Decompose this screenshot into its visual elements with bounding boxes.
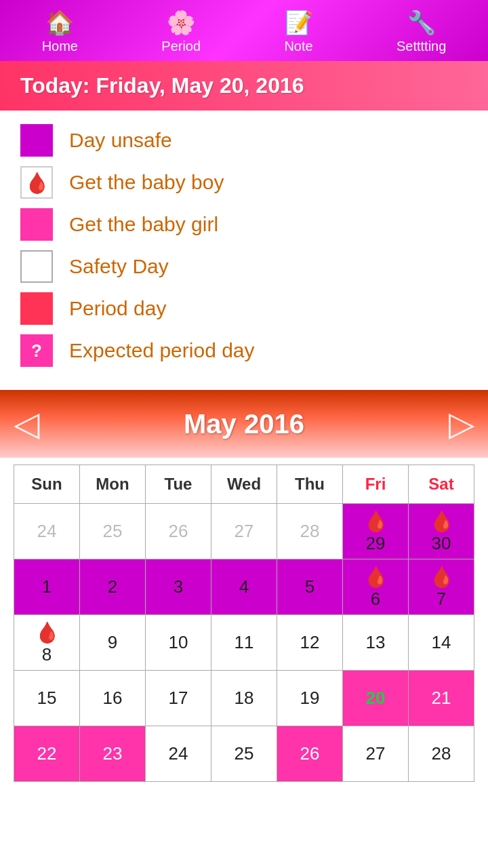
legend-item-safety: Safety Day: [20, 250, 468, 283]
home-label: Home: [42, 39, 78, 54]
nav-period[interactable]: 🌸 Period: [161, 9, 201, 54]
table-cell[interactable]: 12: [277, 615, 343, 671]
today-text: Today: Friday, May 20, 2016: [20, 73, 304, 98]
legend-item-baby-boy: 🩸 Get the baby boy: [20, 166, 468, 199]
calendar-title: May 2016: [184, 409, 304, 439]
day-number: 30: [432, 533, 451, 554]
table-cell[interactable]: 3: [146, 559, 211, 615]
table-cell[interactable]: 21: [409, 671, 474, 726]
table-cell[interactable]: 11: [211, 615, 277, 671]
table-cell[interactable]: 26: [277, 726, 343, 782]
legend-item-period: Period day: [20, 292, 468, 325]
table-cell[interactable]: 🩸 8: [14, 615, 80, 671]
table-cell[interactable]: 25: [80, 504, 146, 559]
table-cell[interactable]: 22: [14, 726, 80, 782]
nav-note[interactable]: 📝 Note: [284, 9, 312, 54]
blood-drop-icon: 🩸: [24, 171, 49, 195]
table-cell[interactable]: 27: [211, 504, 277, 559]
settings-icon: 🔧: [407, 9, 436, 36]
note-icon: 📝: [285, 9, 313, 36]
legend-item-unsafe: Day unsafe: [20, 124, 468, 157]
table-row: 15 16 17 18 19 20 21: [14, 671, 474, 726]
table-cell[interactable]: 18: [211, 671, 277, 726]
legend-label-baby-boy: Get the baby boy: [69, 171, 224, 194]
today-banner: Today: Friday, May 20, 2016: [0, 61, 488, 111]
legend-box-baby-girl: [20, 208, 53, 241]
calendar-wrap: Sun Mon Tue Wed Thu Fri Sat 24 25 26 27 …: [0, 458, 488, 789]
table-row: 🩸 8 9 10 11 12 13 14: [14, 615, 474, 671]
home-icon: 🏠: [45, 9, 74, 36]
legend-box-period: [20, 292, 53, 325]
table-cell[interactable]: 🩸 7: [409, 559, 474, 615]
legend-label-period: Period day: [69, 297, 166, 320]
legend: Day unsafe 🩸 Get the baby boy Get the ba…: [0, 111, 488, 390]
table-cell[interactable]: 17: [146, 671, 211, 726]
table-cell[interactable]: 28: [277, 504, 343, 559]
period-label: Period: [161, 39, 201, 54]
note-label: Note: [284, 39, 312, 54]
table-cell[interactable]: 🩸 6: [343, 559, 409, 615]
period-icon: 🌸: [167, 9, 195, 36]
table-cell[interactable]: 🩸 29: [343, 504, 409, 559]
table-cell[interactable]: 1: [14, 559, 80, 615]
table-cell[interactable]: 25: [211, 726, 277, 782]
table-cell[interactable]: 🩸 30: [409, 504, 474, 559]
day-number: 8: [42, 644, 52, 665]
table-cell[interactable]: 5: [277, 559, 343, 615]
table-cell[interactable]: 4: [211, 559, 277, 615]
table-row: 1 2 3 4 5 🩸 6 🩸 7: [14, 559, 474, 615]
col-sun: Sun: [14, 465, 80, 504]
legend-label-baby-girl: Get the baby girl: [69, 213, 218, 236]
blood-drop-icon: 🩸: [429, 565, 454, 589]
calendar-header: ◁ May 2016 ▷: [0, 390, 488, 458]
legend-box-safety: [20, 250, 53, 283]
table-cell[interactable]: 26: [146, 504, 211, 559]
table-cell[interactable]: 23: [80, 726, 146, 782]
day-number: 29: [366, 533, 386, 554]
day-number: 6: [371, 589, 380, 610]
day-number: 7: [436, 589, 446, 610]
table-cell[interactable]: 24: [14, 504, 80, 559]
navbar: 🏠 Home 🌸 Period 📝 Note 🔧 Setttting: [0, 0, 488, 61]
blood-drop-icon: 🩸: [363, 509, 388, 533]
table-cell[interactable]: 9: [80, 615, 146, 671]
table-cell[interactable]: 24: [146, 726, 211, 782]
nav-settings[interactable]: 🔧 Setttting: [396, 9, 446, 54]
question-icon: ?: [31, 340, 42, 361]
calendar-table: Sun Mon Tue Wed Thu Fri Sat 24 25 26 27 …: [14, 465, 474, 782]
table-cell[interactable]: 27: [343, 726, 409, 782]
col-tue: Tue: [146, 465, 211, 504]
table-cell[interactable]: 2: [80, 559, 146, 615]
col-mon: Mon: [80, 465, 146, 504]
table-row: 24 25 26 27 28 🩸 29 🩸 30: [14, 504, 474, 559]
table-cell[interactable]: 16: [80, 671, 146, 726]
table-cell[interactable]: 10: [146, 615, 211, 671]
legend-label-unsafe: Day unsafe: [69, 129, 172, 152]
table-cell[interactable]: 28: [409, 726, 474, 782]
legend-item-baby-girl: Get the baby girl: [20, 208, 468, 241]
calendar-header-row: Sun Mon Tue Wed Thu Fri Sat: [14, 465, 474, 504]
col-fri: Fri: [343, 465, 409, 504]
blood-drop-icon: 🩸: [429, 509, 454, 533]
prev-month-button[interactable]: ◁: [14, 404, 39, 443]
table-cell[interactable]: 15: [14, 671, 80, 726]
blood-drop-icon: 🩸: [35, 620, 60, 644]
legend-box-expected: ?: [20, 334, 53, 367]
settings-label: Setttting: [396, 39, 446, 54]
legend-box-unsafe: [20, 124, 53, 157]
legend-label-safety: Safety Day: [69, 255, 169, 278]
blood-drop-icon: 🩸: [363, 565, 388, 589]
col-thu: Thu: [277, 465, 343, 504]
table-cell[interactable]: 14: [409, 615, 474, 671]
table-cell[interactable]: 13: [343, 615, 409, 671]
table-cell-today[interactable]: 20: [343, 671, 409, 726]
table-row: 22 23 24 25 26 27 28: [14, 726, 474, 782]
legend-item-expected: ? Expected period day: [20, 334, 468, 367]
legend-label-expected: Expected period day: [69, 339, 255, 362]
col-wed: Wed: [211, 465, 277, 504]
nav-home[interactable]: 🏠 Home: [42, 9, 78, 54]
next-month-button[interactable]: ▷: [449, 404, 474, 443]
legend-box-baby-boy: 🩸: [20, 166, 53, 199]
table-cell[interactable]: 19: [277, 671, 343, 726]
col-sat: Sat: [409, 465, 474, 504]
